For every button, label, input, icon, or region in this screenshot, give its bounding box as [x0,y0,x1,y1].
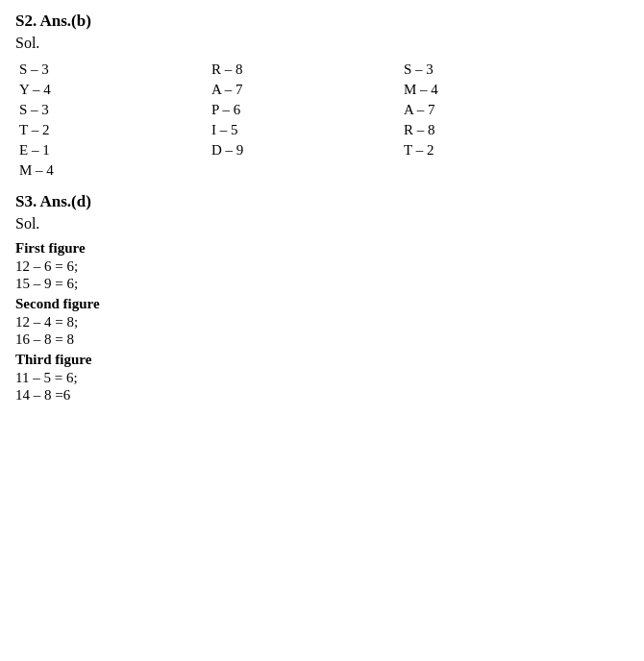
s2-c3-r4: R – 8 [400,120,592,140]
s2-c3-r1: S – 3 [400,60,592,80]
s2-c1-r1: S – 3 [15,60,208,80]
second-figure-line2: 16 – 8 = 8 [15,331,629,348]
third-figure-line2: 14 – 8 =6 [15,387,629,404]
s2-c1-r6: M – 4 [15,160,208,181]
s2-c1-r3: S – 3 [15,100,208,120]
s2-col2: R – 8 A – 7 P – 6 I – 5 D – 9 [208,60,400,181]
s2-c3-r5: T – 2 [400,140,592,160]
s2-block: S2. Ans.(b) Sol. S – 3 Y – 4 S – 3 T – 2… [15,12,629,181]
s2-c3-r3: A – 7 [400,100,592,120]
s3-block: S3. Ans.(d) Sol. First figure 12 – 6 = 6… [15,192,629,404]
s3-header: S3. Ans.(d) [15,192,629,211]
third-figure-label: Third figure [15,352,629,368]
s2-col1: S – 3 Y – 4 S – 3 T – 2 E – 1 M – 4 [15,60,208,181]
s2-sol-label: Sol. [15,35,629,52]
s2-c1-r2: Y – 4 [15,80,208,100]
s2-c2-r4: I – 5 [208,120,400,140]
s2-c2-r5: D – 9 [208,140,400,160]
first-figure-label: First figure [15,240,629,257]
third-figure-line1: 11 – 5 = 6; [15,370,629,386]
second-figure-label: Second figure [15,296,629,312]
second-figure-line1: 12 – 4 = 8; [15,314,629,330]
s3-sol-label: Sol. [15,215,629,233]
s2-c1-r5: E – 1 [15,140,208,160]
s2-c1-r4: T – 2 [15,120,208,140]
s2-c2-r3: P – 6 [208,100,400,120]
s2-header: S2. Ans.(b) [15,12,629,31]
s2-table: S – 3 Y – 4 S – 3 T – 2 E – 1 M – 4 R – … [15,60,629,181]
s2-c2-r1: R – 8 [208,60,400,80]
first-figure-line1: 12 – 6 = 6; [15,258,629,275]
s2-c2-r2: A – 7 [208,80,400,100]
first-figure-line2: 15 – 9 = 6; [15,276,629,292]
s2-col3: S – 3 M – 4 A – 7 R – 8 T – 2 [400,60,592,181]
s2-c3-r2: M – 4 [400,80,592,100]
